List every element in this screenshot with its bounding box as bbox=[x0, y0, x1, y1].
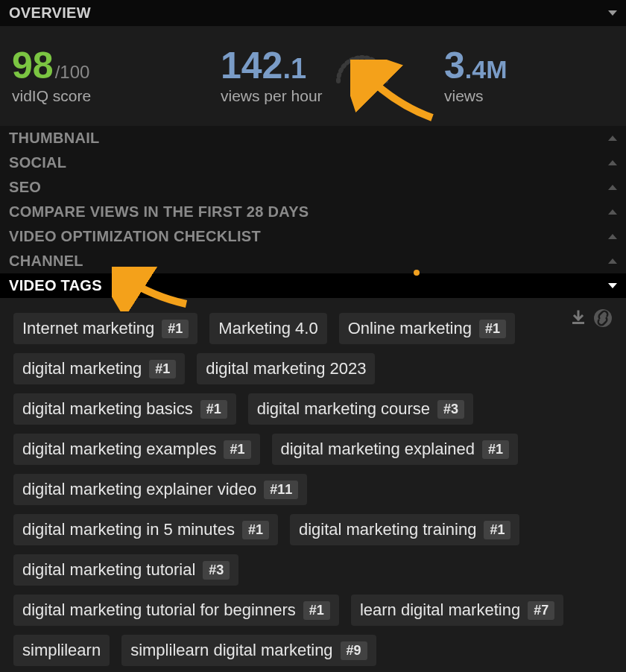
tag-text: digital marketing tutorial for beginners bbox=[22, 600, 296, 620]
video-tag[interactable]: learn digital marketing#7 bbox=[351, 595, 563, 626]
tag-text: digital marketing bbox=[22, 359, 142, 378]
tag-text: digital marketing 2023 bbox=[206, 359, 366, 378]
score-max: /100 bbox=[55, 63, 90, 81]
video-tag[interactable]: digital marketing explained#1 bbox=[272, 434, 519, 465]
tag-text: digital marketing training bbox=[299, 520, 476, 539]
section-header-seo[interactable]: SEO bbox=[0, 175, 626, 200]
tag-text: digital marketing course bbox=[257, 399, 430, 419]
tag-text: simplilearn bbox=[22, 641, 101, 660]
video-tag[interactable]: digital marketing course#3 bbox=[248, 393, 473, 425]
tag-rank-badge: #9 bbox=[341, 641, 367, 660]
chevron-up-icon bbox=[608, 185, 617, 190]
chevron-up-icon bbox=[608, 209, 617, 215]
chevron-down-icon bbox=[608, 10, 617, 16]
section-title-video-tags: VIDEO TAGS bbox=[9, 277, 102, 294]
tag-rank-badge: #1 bbox=[303, 601, 330, 620]
tag-text: digital marketing basics bbox=[22, 399, 193, 419]
gauge-icon bbox=[332, 50, 392, 90]
section-header-channel[interactable]: CHANNEL bbox=[0, 249, 626, 273]
tag-rank-badge: #1 bbox=[484, 521, 510, 539]
stat-vidiq-score: 98 /100 vidIQ score bbox=[12, 47, 221, 105]
section-header-social[interactable]: SOCIAL bbox=[0, 150, 626, 175]
vidiq-panel: OVERVIEW 98 /100 vidIQ score 142 .1 view… bbox=[0, 0, 626, 672]
video-tag[interactable]: digital marketing basics#1 bbox=[13, 393, 236, 425]
chevron-up-icon bbox=[608, 234, 617, 239]
tag-rank-badge: #7 bbox=[528, 601, 554, 620]
video-tag[interactable]: digital marketing training#1 bbox=[290, 514, 520, 545]
tags-container: Internet marketing#1Marketing 4.0Online … bbox=[13, 313, 613, 672]
section-title-compare: COMPARE VIEWS IN THE FIRST 28 DAYS bbox=[9, 203, 309, 221]
views-value-int: 3 bbox=[444, 47, 465, 84]
tag-rank-badge: #1 bbox=[200, 400, 227, 419]
section-title-overview: OVERVIEW bbox=[9, 4, 91, 22]
video-tag[interactable]: Online marketing#1 bbox=[339, 313, 515, 344]
section-title-thumbnail: THUMBNAIL bbox=[9, 130, 100, 147]
download-icon[interactable] bbox=[569, 309, 587, 330]
video-tag[interactable]: digital marketing examples#1 bbox=[13, 434, 260, 465]
tag-rank-badge: #3 bbox=[203, 561, 230, 580]
tag-text: digital marketing examples bbox=[22, 440, 216, 459]
vph-value-int: 142 bbox=[221, 47, 282, 84]
video-tag[interactable]: digital marketing#1 bbox=[13, 353, 185, 384]
video-tag[interactable]: digital marketing 2023 bbox=[197, 353, 375, 384]
link-icon[interactable] bbox=[593, 308, 613, 331]
tag-text: digital marketing tutorial bbox=[22, 560, 195, 580]
section-header-compare[interactable]: COMPARE VIEWS IN THE FIRST 28 DAYS bbox=[0, 200, 626, 224]
video-tag[interactable]: Marketing 4.0 bbox=[209, 313, 326, 344]
video-tag[interactable]: simplilearn bbox=[13, 635, 110, 666]
svg-rect-1 bbox=[572, 322, 584, 324]
tag-text: Marketing 4.0 bbox=[218, 319, 317, 338]
views-unit: M bbox=[486, 57, 507, 82]
tag-rank-badge: #1 bbox=[149, 360, 176, 378]
section-title-seo: SEO bbox=[9, 179, 41, 196]
chevron-down-icon bbox=[608, 283, 617, 288]
tag-text: digital marketing in 5 minutes bbox=[22, 520, 235, 539]
video-tag[interactable]: digital marketing tutorial for beginners… bbox=[13, 595, 339, 626]
tag-rank-badge: #1 bbox=[479, 320, 506, 338]
section-title-social: SOCIAL bbox=[9, 154, 66, 171]
tag-text: digital marketing explained bbox=[281, 440, 475, 459]
views-value-dec: .4 bbox=[465, 57, 486, 82]
chevron-up-icon bbox=[608, 160, 617, 165]
tag-text: simplilearn digital marketing bbox=[130, 641, 332, 660]
video-tag[interactable]: Internet marketing#1 bbox=[13, 313, 197, 344]
section-header-video-tags[interactable]: VIDEO TAGS bbox=[0, 273, 626, 298]
section-header-overview[interactable]: OVERVIEW bbox=[0, 0, 626, 26]
tag-text: Online marketing bbox=[348, 319, 472, 338]
tag-text: Internet marketing bbox=[22, 319, 154, 338]
views-label: views bbox=[444, 87, 614, 105]
tag-rank-badge: #3 bbox=[437, 400, 464, 419]
tag-rank-badge: #11 bbox=[264, 481, 298, 499]
section-title-channel: CHANNEL bbox=[9, 253, 83, 270]
stat-views: 3 .4 M views bbox=[444, 47, 614, 105]
tag-rank-badge: #1 bbox=[224, 440, 250, 459]
score-label: vidIQ score bbox=[12, 87, 221, 105]
section-header-thumbnail[interactable]: THUMBNAIL bbox=[0, 126, 626, 150]
tag-text: digital marketing explainer video bbox=[22, 480, 256, 499]
tag-text: learn digital marketing bbox=[360, 600, 520, 620]
video-tag[interactable]: digital marketing tutorial#3 bbox=[13, 554, 238, 586]
section-header-checklist[interactable]: VIDEO OPTIMIZATION CHECKLIST bbox=[0, 224, 626, 249]
video-tag[interactable]: digital marketing in 5 minutes#1 bbox=[13, 514, 278, 545]
video-tag[interactable]: digital marketing explainer video#11 bbox=[13, 474, 307, 505]
stat-views-per-hour: 142 .1 views per hour bbox=[221, 47, 444, 105]
video-tags-body: Internet marketing#1Marketing 4.0Online … bbox=[0, 298, 626, 672]
chevron-up-icon bbox=[608, 259, 617, 264]
chevron-up-icon bbox=[608, 136, 617, 141]
tag-rank-badge: #1 bbox=[482, 440, 509, 459]
score-value: 98 bbox=[12, 47, 54, 84]
tag-rank-badge: #1 bbox=[242, 521, 269, 539]
vph-value-dec: .1 bbox=[282, 54, 306, 83]
section-title-checklist: VIDEO OPTIMIZATION CHECKLIST bbox=[9, 228, 261, 245]
video-tag[interactable]: simplilearn digital marketing#9 bbox=[121, 635, 376, 666]
tag-rank-badge: #1 bbox=[162, 320, 189, 338]
overview-body: 98 /100 vidIQ score 142 .1 views per hou… bbox=[0, 26, 626, 126]
